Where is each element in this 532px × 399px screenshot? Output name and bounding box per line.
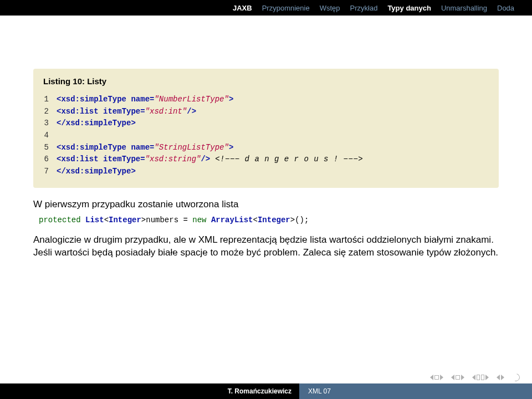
nav-item-przyklad[interactable]: Przykład — [350, 4, 378, 12]
nav-item-doda[interactable]: Doda — [497, 4, 514, 12]
paragraph-1: W pierwszym przypadku zostanie utworzona… — [33, 198, 499, 211]
next-slide-icon[interactable] — [440, 375, 443, 380]
section-box-icon-2 — [481, 375, 484, 380]
nav-item-unmarshalling[interactable]: Unmarshalling — [441, 4, 487, 12]
prev-slide-icon[interactable] — [430, 375, 433, 380]
nav-item-typy-danych[interactable]: Typy danych — [387, 4, 431, 12]
listing-title: Listing 10: Listy — [43, 76, 489, 86]
nav-section-prev-next[interactable] — [472, 375, 489, 380]
slide-box-icon — [434, 375, 439, 380]
footer-author: T. Romańczukiewicz — [0, 387, 299, 395]
nav-frame-prev-next[interactable] — [451, 375, 464, 380]
next-section-icon[interactable] — [485, 375, 489, 380]
nav-item-wstep[interactable]: Wstęp — [320, 4, 340, 12]
nav-doc-prev-next[interactable] — [497, 375, 504, 380]
nav-item-przypomnienie[interactable]: Przypomnienie — [262, 4, 310, 12]
nav-slide-prev-next[interactable] — [430, 375, 443, 380]
prev-doc-icon[interactable] — [497, 375, 500, 380]
code-listing-box: Listing 10: Listy 1<xsd:simpleType name=… — [33, 69, 499, 188]
beamer-nav-icons — [430, 374, 520, 381]
topic-nav-bar: JAXB Przypomnienie Wstęp Przykład Typy d… — [0, 0, 532, 16]
prev-section-icon[interactable] — [472, 375, 475, 380]
prev-frame-icon[interactable] — [451, 375, 454, 380]
section-box-icon — [477, 375, 480, 380]
footer-bar: T. Romańczukiewicz XML 07 — [0, 383, 532, 399]
replay-icon[interactable] — [510, 372, 521, 382]
next-doc-icon[interactable] — [501, 375, 504, 380]
next-frame-icon[interactable] — [461, 375, 464, 380]
paragraph-2: Analogiczie w drugim przypadku, ale w XM… — [33, 233, 499, 260]
frame-box-icon — [456, 375, 460, 380]
footer-title: XML 07 — [299, 383, 532, 399]
java-prototype: protected List<Integer>numbers = new Arr… — [39, 216, 499, 224]
slide-content: Listing 10: Listy 1<xsd:simpleType name=… — [0, 16, 532, 259]
nav-item-jaxb[interactable]: JAXB — [233, 4, 252, 12]
code-block: 1<xsd:simpleType name="NumberListType"> … — [43, 94, 489, 178]
